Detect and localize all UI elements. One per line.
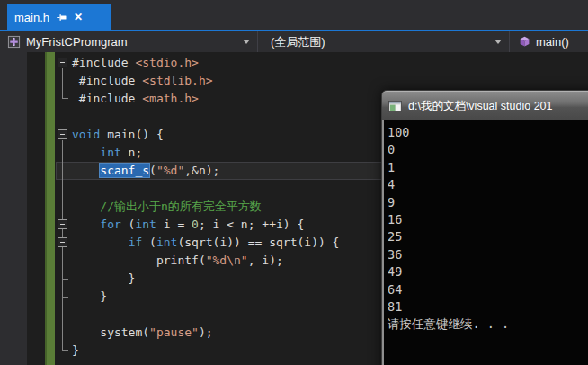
code-token bbox=[72, 164, 100, 177]
fold-toggle-icon[interactable] bbox=[56, 54, 71, 72]
code-token: <stdlib.h> bbox=[142, 74, 212, 87]
fold-toggle-icon[interactable] bbox=[56, 126, 71, 144]
code-token: "%d" bbox=[156, 164, 184, 177]
code-token: //输出小于n的所有完全平方数 bbox=[100, 200, 261, 213]
fold-guide bbox=[56, 270, 71, 288]
fold-guide bbox=[56, 306, 71, 324]
close-icon[interactable]: ✕ bbox=[74, 12, 83, 22]
console-line: 0 bbox=[388, 141, 588, 158]
code-token: (sqrt(i)) == sqrt(i)) { bbox=[177, 236, 339, 249]
tab-main-h[interactable]: main.h ✕ bbox=[7, 4, 111, 30]
document-tab-bar: main.h ✕ bbox=[0, 0, 588, 30]
code-token: n; bbox=[121, 146, 142, 159]
fold-guide bbox=[56, 162, 71, 180]
fold-guide bbox=[56, 108, 71, 126]
scope-dropdown[interactable]: (全局范围) bbox=[258, 31, 510, 52]
code-token bbox=[72, 218, 100, 231]
code-token: } bbox=[72, 272, 135, 285]
console-line: 49 bbox=[388, 263, 588, 280]
console-line: 4 bbox=[388, 176, 588, 193]
code-token bbox=[72, 200, 100, 213]
fold-guide bbox=[56, 288, 71, 306]
pin-icon[interactable] bbox=[56, 12, 67, 23]
code-line[interactable]: #include <stdlib.h> bbox=[0, 72, 588, 90]
code-token: 0 bbox=[192, 218, 199, 231]
code-token: i = bbox=[156, 218, 192, 231]
fold-guide bbox=[56, 144, 71, 162]
code-token: "%d\n" bbox=[206, 254, 248, 267]
console-title-bar[interactable]: d:\我的文档\visual studio 201 bbox=[382, 91, 588, 120]
code-token: ( bbox=[142, 236, 156, 249]
code-token bbox=[72, 146, 100, 159]
code-token: ; i < n; ++i) { bbox=[199, 218, 304, 231]
fold-guide bbox=[56, 72, 71, 90]
code-token: ( bbox=[149, 164, 156, 177]
code-token: } bbox=[72, 343, 79, 357]
code-token: <math.h> bbox=[142, 92, 199, 105]
fold-guide bbox=[56, 252, 71, 270]
console-title-text: d:\我的文档\visual studio 201 bbox=[408, 99, 553, 114]
fold-guide bbox=[56, 90, 71, 108]
member-dropdown[interactable]: main() bbox=[510, 31, 588, 52]
chevron-down-icon bbox=[243, 40, 250, 44]
code-token: , i); bbox=[248, 254, 283, 267]
code-token: ( bbox=[121, 218, 136, 231]
console-line: 请按任意键继续. . . bbox=[388, 316, 588, 333]
chevron-down-icon bbox=[494, 40, 502, 44]
tab-title: main.h bbox=[14, 11, 49, 24]
console-app-icon bbox=[388, 101, 402, 112]
fold-guide bbox=[56, 180, 71, 198]
fold-guide bbox=[56, 342, 71, 360]
code-token: int bbox=[100, 146, 120, 159]
console-output[interactable]: 1000149162536496481请按任意键继续. . . bbox=[382, 120, 588, 365]
code-token: "pause" bbox=[149, 325, 199, 339]
fold-toggle-icon[interactable] bbox=[56, 234, 71, 252]
console-window[interactable]: d:\我的文档\visual studio 201 10001491625364… bbox=[381, 90, 588, 365]
project-icon bbox=[7, 35, 21, 49]
code-token: #include bbox=[72, 92, 142, 105]
code-token: for bbox=[100, 218, 120, 231]
code-token: system( bbox=[72, 325, 149, 339]
code-token: void bbox=[72, 128, 100, 141]
code-token: #include bbox=[72, 74, 142, 87]
code-token: main() { bbox=[100, 128, 163, 141]
code-token bbox=[72, 236, 129, 249]
vs-ide-window: main.h ✕ bbox=[0, 0, 588, 365]
project-dropdown[interactable]: MyFristCPromgram bbox=[0, 31, 258, 52]
console-line: 64 bbox=[388, 281, 588, 298]
console-line: 16 bbox=[388, 211, 588, 228]
code-token: printf( bbox=[72, 254, 206, 267]
code-token: <stdio.h> bbox=[135, 56, 198, 69]
code-token: if bbox=[129, 236, 143, 249]
fold-toggle-icon[interactable] bbox=[56, 216, 71, 234]
selected-token: scanf_s bbox=[100, 164, 149, 177]
console-line: 1 bbox=[388, 159, 588, 176]
scope-dropdown-label: (全局范围) bbox=[271, 34, 325, 50]
code-token: ); bbox=[199, 325, 213, 339]
code-line[interactable]: #include <stdio.h> bbox=[0, 54, 588, 72]
console-line: 25 bbox=[388, 228, 588, 245]
member-dropdown-label: main() bbox=[536, 35, 569, 49]
fold-guide bbox=[56, 198, 71, 216]
method-cube-icon bbox=[519, 36, 530, 48]
fold-guide bbox=[56, 324, 71, 342]
code-token: ,&n); bbox=[184, 164, 219, 177]
code-token: #include bbox=[72, 56, 135, 69]
editor-navigation-bar: MyFristCPromgram (全局范围) main() bbox=[0, 31, 588, 52]
code-token: int bbox=[135, 218, 156, 231]
console-line: 9 bbox=[388, 194, 588, 211]
project-dropdown-label: MyFristCPromgram bbox=[26, 35, 128, 49]
console-line: 100 bbox=[388, 124, 588, 141]
console-line: 81 bbox=[388, 298, 588, 316]
console-line: 36 bbox=[388, 246, 588, 263]
code-token: int bbox=[156, 236, 177, 249]
code-token: } bbox=[72, 289, 107, 303]
